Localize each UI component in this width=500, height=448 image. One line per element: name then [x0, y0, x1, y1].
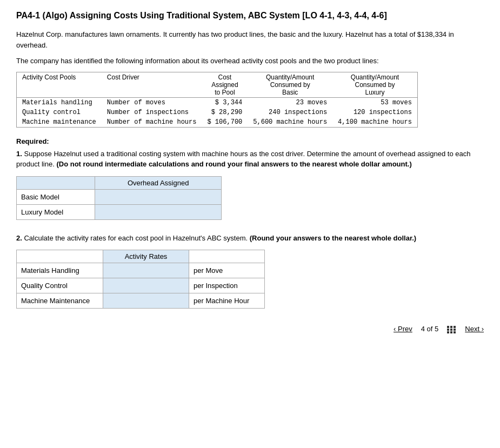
required-label: Required: — [16, 137, 484, 145]
q2-label: Materials Handling — [17, 263, 103, 278]
col-header-driver: Cost Driver — [102, 72, 202, 97]
info-table-row: Machine maintenance Number of machine ho… — [17, 117, 418, 128]
q2-input-cell[interactable] — [103, 263, 189, 278]
info-table: Activity Cost Pools Cost Driver Cost Ass… — [16, 72, 418, 128]
col-header-pool: Activity Cost Pools — [17, 72, 102, 97]
q2-input-2[interactable] — [108, 296, 184, 306]
q1-input-0[interactable] — [99, 192, 217, 202]
q2-unit: per Machine Hour — [189, 293, 265, 309]
intro-text: Hazelnut Corp. manufactures lawn ornamen… — [16, 29, 484, 50]
q1-input-1[interactable] — [99, 207, 217, 217]
info-table-row: Quality control Number of inspections $ … — [17, 108, 418, 117]
question1-answer-table: Overhead Assigned Basic Model Luxury Mod… — [16, 176, 222, 220]
q2-input-1[interactable] — [108, 280, 184, 291]
luxury-cell: 120 inspections — [332, 108, 417, 117]
driver-cell: Number of inspections — [102, 108, 202, 117]
q2-input-cell[interactable] — [103, 293, 189, 309]
q2-unit: per Move — [189, 263, 265, 278]
q2-input-0[interactable] — [108, 265, 184, 276]
next-button[interactable]: Next › — [465, 325, 484, 333]
q1-input-cell[interactable] — [95, 189, 222, 204]
q1-input-cell[interactable] — [95, 204, 222, 219]
amount-cell: $ 28,290 — [202, 108, 248, 117]
q2-row: Quality Control per Inspection — [17, 278, 265, 293]
pool-cell: Materials handling — [17, 97, 102, 108]
pool-cell: Machine maintenance — [17, 117, 102, 128]
amount-cell: $ 3,344 — [202, 97, 248, 108]
q2-unit-header — [189, 250, 265, 263]
info-table-row: Materials handling Number of moves $ 3,3… — [17, 97, 418, 108]
q1-row: Basic Model — [17, 189, 222, 204]
navigation-bar: ‹ Prev 4 of 5 Next › — [16, 325, 484, 333]
q1-empty-header — [17, 176, 95, 189]
page-title: PA4-1 (Algo) Assigning Costs Using Tradi… — [16, 11, 484, 21]
col-header-basic: Quantity/Amount Consumed by Basic — [248, 72, 332, 97]
section-intro: The company has identified the following… — [16, 56, 484, 66]
prev-button[interactable]: ‹ Prev — [394, 325, 412, 333]
page-indicator: 4 of 5 — [421, 325, 439, 333]
driver-cell: Number of machine hours — [102, 117, 202, 128]
basic-cell: 240 inspections — [248, 108, 332, 117]
grid-icon[interactable] — [447, 325, 456, 333]
driver-cell: Number of moves — [102, 97, 202, 108]
q1-label: Basic Model — [17, 189, 95, 204]
question2-answer-table: Activity Rates Materials Handling per Mo… — [16, 250, 265, 309]
q2-row: Materials Handling per Move — [17, 263, 265, 278]
col-header-cost: Cost Assigned to Pool — [202, 72, 248, 97]
q1-overhead-header: Overhead Assigned — [95, 176, 222, 189]
luxury-cell: 53 moves — [332, 97, 417, 108]
q1-row: Luxury Model — [17, 204, 222, 219]
luxury-cell: 4,100 machine hours — [332, 117, 417, 128]
q2-label: Machine Maintenance — [17, 293, 103, 309]
question1-text: 1. Suppose Hazelnut used a traditional c… — [16, 149, 484, 170]
col-header-luxury: Quantity/Amount Consumed by Luxury — [332, 72, 417, 97]
q2-activity-rates-header: Activity Rates — [103, 250, 189, 263]
q2-input-cell[interactable] — [103, 278, 189, 293]
q2-empty-header — [17, 250, 103, 263]
amount-cell: $ 106,700 — [202, 117, 248, 128]
basic-cell: 5,600 machine hours — [248, 117, 332, 128]
basic-cell: 23 moves — [248, 97, 332, 108]
q2-unit: per Inspection — [189, 278, 265, 293]
q1-label: Luxury Model — [17, 204, 95, 219]
q2-label: Quality Control — [17, 278, 103, 293]
q2-row: Machine Maintenance per Machine Hour — [17, 293, 265, 309]
question2-text: 2. Calculate the activity rates for each… — [16, 233, 484, 244]
pool-cell: Quality control — [17, 108, 102, 117]
